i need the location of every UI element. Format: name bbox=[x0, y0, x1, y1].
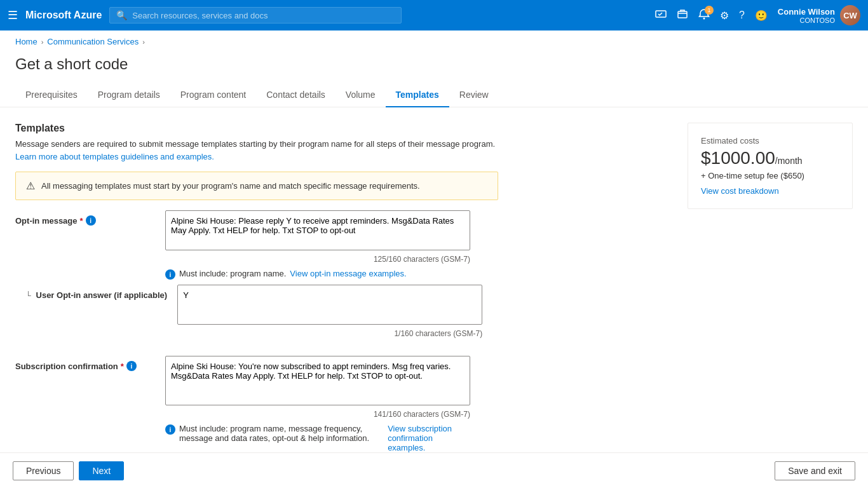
cost-amount-row: $1000.00/month bbox=[701, 148, 839, 168]
search-input[interactable] bbox=[132, 11, 395, 20]
cost-title: Estimated costs bbox=[701, 136, 839, 146]
opt-in-message-textarea[interactable]: Alpine Ski House: Please reply Y to rece… bbox=[165, 210, 470, 250]
opt-in-char-count: 125/160 characters (GSM-7) bbox=[165, 255, 470, 264]
sub-confirm-char-count: 141/160 characters (GSM-7) bbox=[165, 410, 470, 419]
breadcrumb-sep-1: › bbox=[41, 38, 44, 46]
main-content: Templates Message senders are required t… bbox=[0, 107, 868, 488]
previous-button[interactable]: Previous bbox=[13, 461, 74, 480]
sub-confirm-info-icon[interactable]: i bbox=[126, 361, 137, 371]
warning-text: All messaging templates must start by yo… bbox=[41, 181, 420, 191]
warning-icon: ⚠ bbox=[26, 180, 35, 192]
view-cost-breakdown-link[interactable]: View cost breakdown bbox=[701, 186, 779, 196]
tab-review[interactable]: Review bbox=[449, 83, 499, 107]
user-profile[interactable]: Connie Wilson CONTOSO CW bbox=[778, 5, 860, 25]
cost-setup-fee: + One-time setup fee ($650) bbox=[701, 171, 839, 180]
learn-more-link[interactable]: Learn more about templates guidelines an… bbox=[15, 152, 214, 161]
breadcrumb: Home › Communication Services › bbox=[0, 30, 868, 53]
opt-in-message-section: Opt-in message* i Alpine Ski House: Plea… bbox=[15, 210, 672, 338]
help-icon[interactable]: ? bbox=[739, 10, 745, 21]
opt-in-required: * bbox=[80, 216, 83, 226]
section-title: Templates bbox=[15, 123, 672, 134]
top-navigation: ☰ Microsoft Azure 🔍 1 ⚙ ? 🙂 Connie Wilso… bbox=[0, 0, 868, 30]
user-opt-in-answer-label: User Opt-in answer (if applicable) bbox=[36, 290, 168, 300]
sub-confirm-hint-text: Must include: program name, message freq… bbox=[179, 424, 384, 443]
cloud-shell-icon[interactable] bbox=[655, 8, 667, 22]
directory-icon[interactable] bbox=[677, 8, 688, 22]
opt-in-info-icon[interactable]: i bbox=[86, 215, 96, 226]
user-opt-in-answer-textarea[interactable]: Y bbox=[177, 285, 482, 325]
save-and-exit-button[interactable]: Save and exit bbox=[775, 461, 855, 480]
svg-point-2 bbox=[703, 18, 705, 20]
subscription-confirmation-section: Subscription confirmation* i Alpine Ski … bbox=[15, 356, 672, 452]
avatar: CW bbox=[840, 5, 860, 25]
tab-program-details[interactable]: Program details bbox=[88, 83, 170, 107]
subscription-confirmation-textarea[interactable]: Alpine Ski House: You're now subscribed … bbox=[165, 356, 470, 405]
section-description: Message senders are required to submit m… bbox=[15, 139, 672, 149]
search-bar: 🔍 bbox=[109, 7, 402, 24]
azure-logo: Microsoft Azure bbox=[25, 10, 102, 21]
breadcrumb-service[interactable]: Communication Services bbox=[47, 37, 139, 46]
opt-in-hint-icon: i bbox=[165, 269, 175, 280]
tab-prerequisites[interactable]: Prerequisites bbox=[15, 83, 88, 107]
subscription-confirmation-label: Subscription confirmation* i bbox=[15, 361, 155, 371]
user-org: CONTOSO bbox=[778, 17, 835, 24]
breadcrumb-home[interactable]: Home bbox=[15, 37, 37, 46]
cost-amount: $1000.00 bbox=[701, 148, 775, 168]
tab-volume[interactable]: Volume bbox=[336, 83, 386, 107]
next-button[interactable]: Next bbox=[79, 461, 124, 480]
sub-confirm-required: * bbox=[121, 362, 124, 371]
opt-in-examples-link[interactable]: View opt-in message examples. bbox=[290, 269, 406, 278]
tab-contact-details[interactable]: Contact details bbox=[256, 83, 336, 107]
tab-templates[interactable]: Templates bbox=[386, 83, 449, 107]
content-left: Templates Message senders are required t… bbox=[15, 123, 672, 470]
feedback-icon[interactable]: 🙂 bbox=[755, 10, 768, 22]
page-title: Get a short code bbox=[0, 53, 868, 83]
settings-icon[interactable]: ⚙ bbox=[720, 10, 729, 22]
footer-bar: Previous Next Save and exit bbox=[0, 452, 868, 488]
sub-confirm-examples-link[interactable]: View subscription confirmation examples. bbox=[388, 424, 470, 452]
notification-badge: 1 bbox=[705, 6, 714, 15]
tab-program-content[interactable]: Program content bbox=[170, 83, 257, 107]
opt-in-hint-text: Must include: program name. bbox=[179, 269, 286, 278]
warning-banner: ⚠ All messaging templates must start by … bbox=[15, 172, 498, 200]
opt-in-hint: i Must include: program name. View opt-i… bbox=[165, 269, 470, 280]
svg-rect-1 bbox=[678, 11, 687, 18]
hamburger-menu-icon[interactable]: ☰ bbox=[8, 8, 18, 22]
cost-period: /month bbox=[775, 156, 803, 166]
user-name: Connie Wilson bbox=[778, 7, 835, 17]
search-icon: 🔍 bbox=[116, 10, 127, 20]
sub-confirm-hint-icon: i bbox=[165, 424, 175, 435]
breadcrumb-sep-2: › bbox=[142, 38, 145, 46]
opt-in-message-label: Opt-in message* i bbox=[15, 215, 155, 226]
notifications-icon[interactable]: 1 bbox=[698, 8, 710, 22]
tab-bar: Prerequisites Program details Program co… bbox=[0, 83, 868, 107]
user-opt-in-char-count: 1/160 characters (GSM-7) bbox=[177, 329, 482, 338]
cost-panel: Estimated costs $1000.00/month + One-tim… bbox=[688, 123, 853, 209]
sub-confirm-hint: i Must include: program name, message fr… bbox=[165, 424, 470, 452]
